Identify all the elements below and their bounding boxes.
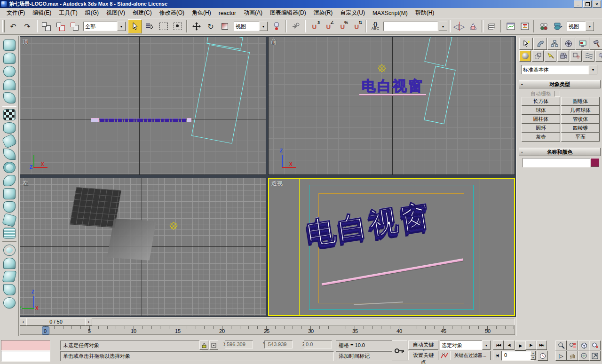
rectangular-selection-region-button[interactable] [157,20,170,33]
select-and-rotate-button[interactable]: ↻ [204,20,217,33]
category-lights[interactable] [545,50,556,62]
create-sphere-button[interactable]: 球体 [522,106,560,115]
lock-selection-toggle[interactable] [199,340,208,350]
time-slider-track[interactable] [20,318,515,325]
category-systems[interactable] [595,50,602,62]
select-and-link-icon[interactable] [40,20,53,33]
minimize-button[interactable]: _ [574,0,582,8]
select-and-manipulate-button[interactable] [289,20,302,33]
zoom-extents-button[interactable] [578,340,589,350]
snaps-toggle-button[interactable]: ∪3 [308,20,321,33]
reactor-deforming-mesh-icon[interactable] [3,92,16,103]
reactor-fracture-icon[interactable] [3,284,16,295]
reactor-spring-icon[interactable] [3,122,16,134]
mirror-button[interactable]: ◁▷ [452,20,466,33]
named-selection-set-field[interactable] [383,22,438,31]
reactor-water-icon[interactable] [3,228,16,239]
set-key-button[interactable]: 设置关键点 [408,351,438,360]
object-color-swatch[interactable] [591,158,599,167]
chevron-down-icon[interactable]: ▼ [117,22,126,31]
set-key-big-button[interactable] [392,340,407,361]
curve-editor-button[interactable] [504,20,517,33]
transform-gizmo[interactable] [378,64,386,72]
category-helpers[interactable] [570,50,582,62]
angle-snap-toggle-button[interactable]: ∪∠ [322,20,335,33]
wireframe-plane-front-upper[interactable] [424,37,452,66]
select-by-name-button[interactable] [143,20,156,33]
reactor-soft-body-collection-icon[interactable] [3,66,16,77]
selection-filter-dropdown[interactable]: 全部 ▼ [83,22,126,31]
select-and-scale-button[interactable] [218,20,231,33]
category-shapes[interactable] [532,50,544,62]
reactor-angular-dashpot-icon[interactable] [3,175,16,186]
time-slider-handle[interactable]: 0 / 50 [26,318,86,325]
reactor-constraint-solver-icon[interactable] [3,245,16,256]
tab-modify[interactable] [533,38,547,50]
maxscript-listener-macro-field[interactable] [1,340,50,351]
object-type-rollout-header[interactable]: - 对象类型 [519,80,601,88]
create-geosphere-button[interactable]: 几何球体 [561,106,600,115]
reactor-angular-damper-icon[interactable] [3,149,16,160]
logo-text-top-view[interactable] [91,118,191,122]
next-frame-button[interactable]: ||▶ [525,340,536,350]
tab-motion[interactable] [562,38,575,50]
zoom-button[interactable] [555,340,567,350]
tab-utilities[interactable] [590,38,602,50]
viewport-left-label[interactable]: 左 [23,179,28,187]
menu-rendering[interactable]: 渲染(R) [310,8,337,18]
absolute-offset-mode-toggle[interactable] [209,340,218,350]
wireframe-plane-top-large[interactable] [191,44,250,143]
chevron-down-icon[interactable]: ▼ [589,65,597,74]
reactor-rigid-body-collection-icon[interactable] [3,40,16,51]
viewport-top[interactable]: 顶 X Z [20,37,266,175]
current-frame-field[interactable]: 0 [501,351,534,361]
reactor-preview-animation-icon[interactable] [3,297,16,309]
category-space-warps[interactable] [583,50,594,62]
menu-animation[interactable]: 动画(A) [240,8,266,18]
transform-gizmo[interactable] [170,222,178,230]
chevron-down-icon[interactable]: ▼ [586,22,594,31]
edit-named-selection-sets-button[interactable]: {}ABC [369,20,382,33]
tab-display[interactable] [576,38,589,50]
create-plane-button[interactable]: 平面 [561,133,600,142]
next-frame-arrow[interactable]: › [85,318,92,325]
chevron-down-icon[interactable]: ▼ [482,340,491,350]
create-teapot-button[interactable]: 茶壶 [522,133,560,142]
menu-customize[interactable]: 自定义(U) [336,8,369,18]
render-scene-button[interactable] [551,20,564,33]
reactor-hinge-icon[interactable] [2,213,16,227]
menu-maxscript[interactable]: MAXScript(M) [369,9,412,17]
menu-create[interactable]: 创建(C) [129,8,156,18]
object-name-field[interactable] [523,158,590,167]
menu-group[interactable]: 组(G) [81,8,103,18]
select-and-move-button[interactable] [190,20,203,33]
undo-button[interactable]: ↶ [7,20,20,33]
viewport-front[interactable]: 前 电白视窗 Z X [268,37,515,175]
reactor-damper-icon[interactable] [1,134,17,149]
key-filters-button[interactable]: 关键点过滤器... [450,351,491,360]
redo-button[interactable]: ↷ [21,20,34,33]
key-filter-curve-icon[interactable] [440,351,449,360]
category-cameras[interactable] [557,50,569,62]
create-pyramid-button[interactable]: 四棱锥 [561,124,600,133]
viewport-perspective[interactable]: 透视 电白视窗 [268,178,515,316]
viewport-front-label[interactable]: 前 [271,38,277,46]
z-coordinate-field[interactable]: 0.0 [304,340,332,348]
y-coordinate-field[interactable]: -543.939 [264,340,293,348]
track-bar[interactable]: 0 5 10 15 20 25 30 35 40 45 50 [20,325,515,335]
create-cone-button[interactable]: 圆锥体 [561,97,600,106]
reactor-wind-icon[interactable] [3,188,16,199]
reactor-toy-car-icon[interactable] [3,201,16,213]
menu-help[interactable]: 帮助(H) [412,8,438,18]
render-type-dropdown[interactable]: 视图 ▼ [567,22,594,31]
go-to-start-button[interactable]: |◀◀ [493,340,504,350]
logo-underline-front[interactable] [359,94,426,96]
bind-to-space-warp-icon[interactable] [68,20,81,33]
reactor-dashpot-gear-icon[interactable] [3,162,16,173]
subcategory-dropdown[interactable]: 标准基本体 ▼ [521,65,597,74]
align-button[interactable] [467,20,480,33]
wireframe-plane-front-lower[interactable] [424,66,456,125]
key-mode-toggle-button[interactable]: |◀| [493,351,501,360]
restore-button[interactable] [583,0,592,8]
menu-tools[interactable]: 工具(T) [55,8,81,18]
